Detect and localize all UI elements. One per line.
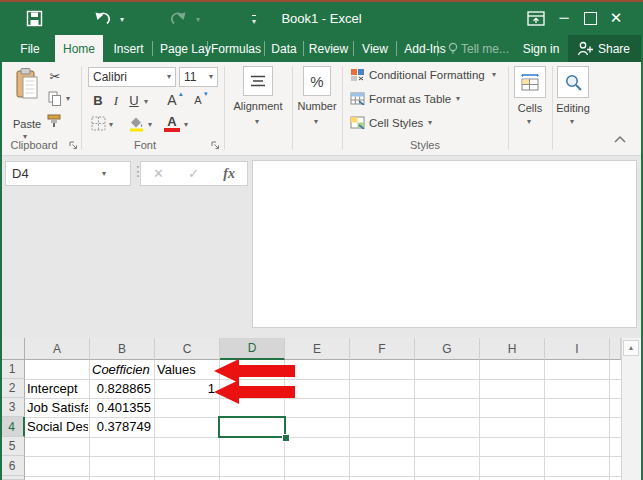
col-header-partial[interactable]: [610, 338, 621, 360]
underline-button[interactable]: U: [127, 93, 141, 108]
share-label: Share: [598, 42, 630, 56]
ribbon-display-options-icon[interactable]: [527, 11, 545, 26]
copy-icon[interactable]: [48, 91, 62, 107]
selected-cell-D4[interactable]: [218, 416, 286, 438]
formula-bar-zone: D4 ▾ ⋮ ✕ ✓ fx: [0, 156, 643, 338]
clipboard-dialog-launcher-icon[interactable]: [69, 141, 78, 150]
tell-me-box[interactable]: Tell me...: [461, 35, 517, 62]
tab-separator: [303, 41, 304, 56]
insert-function-icon[interactable]: fx: [223, 166, 235, 182]
cell-A4[interactable]: Social Des: [27, 417, 88, 436]
italic-button[interactable]: I: [110, 93, 122, 109]
fill-color-icon[interactable]: [127, 114, 145, 132]
number-group-label: Number: [295, 100, 339, 112]
col-header-G[interactable]: G: [415, 338, 480, 360]
tab-data[interactable]: Data: [266, 35, 302, 62]
scroll-up-button[interactable]: ▲: [623, 340, 639, 356]
col-header-A[interactable]: A: [25, 338, 90, 360]
percent-icon: %: [310, 73, 323, 90]
copy-dropdown-caret[interactable]: ▾: [66, 95, 70, 103]
font-size-caret: ▾: [209, 73, 213, 81]
tab-formulas[interactable]: Formulas: [209, 35, 263, 62]
sign-in-button[interactable]: Sign in: [518, 35, 564, 62]
col-header-F[interactable]: F: [350, 338, 415, 360]
conditional-formatting-button[interactable]: Conditional Formatting: [369, 67, 485, 82]
font-color-button[interactable]: A: [165, 114, 179, 129]
row-header-5[interactable]: 5: [0, 437, 25, 456]
collapse-ribbon-chevron-icon[interactable]: [613, 134, 627, 144]
cells-button[interactable]: [514, 66, 546, 98]
formula-input[interactable]: [252, 160, 637, 328]
cell-B1[interactable]: Coefficien: [92, 360, 153, 379]
cancel-icon[interactable]: ✕: [153, 166, 164, 181]
minimize-button[interactable]: ─: [553, 8, 575, 28]
cell-B4[interactable]: 0.378749: [90, 417, 151, 436]
row-header-6[interactable]: 6: [0, 456, 25, 476]
tell-me-lightbulb-icon[interactable]: [447, 42, 459, 56]
title-bar: ▾ ▾ ▾ Book1 - Excel ─ ✕: [0, 2, 643, 35]
fill-handle[interactable]: [282, 434, 290, 442]
fill-color-dropdown-caret[interactable]: ▾: [148, 121, 152, 129]
borders-icon[interactable]: [91, 116, 106, 131]
name-box[interactable]: D4 ▾: [5, 161, 131, 186]
name-box-caret[interactable]: ▾: [102, 170, 106, 178]
tab-page-layout[interactable]: Page Layo: [154, 35, 211, 62]
borders-dropdown-caret[interactable]: ▾: [109, 121, 113, 129]
number-dropdown-caret[interactable]: ▾: [314, 118, 318, 126]
maximize-button[interactable]: [584, 12, 597, 25]
row-header-2[interactable]: 2: [0, 379, 25, 398]
window-left-edge: [0, 35, 2, 480]
vertical-scrollbar[interactable]: [621, 338, 640, 480]
col-header-I[interactable]: I: [545, 338, 610, 360]
gridline: [25, 437, 621, 438]
clipboard-group-label: Clipboard: [2, 139, 66, 151]
cell-A2[interactable]: Intercept: [27, 379, 88, 398]
tab-view[interactable]: View: [355, 35, 395, 62]
paste-clipboard-icon[interactable]: [13, 68, 39, 100]
cell-styles-icon: [350, 116, 365, 129]
tab-insert[interactable]: Insert: [106, 35, 151, 62]
row-header-4[interactable]: 4: [0, 417, 25, 437]
editing-button[interactable]: [557, 66, 589, 98]
red-annotation-arrows: [200, 355, 312, 411]
decrease-font-button[interactable]: A: [192, 94, 204, 106]
paste-button[interactable]: Paste: [8, 118, 46, 130]
underline-dropdown-caret[interactable]: ▾: [144, 98, 148, 106]
corner-header-cell[interactable]: [0, 338, 25, 360]
tab-file[interactable]: File: [8, 35, 52, 62]
gridline: [25, 456, 621, 457]
cell-A3[interactable]: Job Satisfa: [27, 398, 88, 417]
cell-styles-button[interactable]: Cell Styles: [369, 115, 423, 130]
cell-B3[interactable]: 0.401355: [90, 398, 151, 417]
col-header-B[interactable]: B: [90, 338, 155, 360]
number-button[interactable]: %: [303, 66, 331, 96]
format-as-table-button[interactable]: Format as Table: [369, 91, 451, 106]
tab-home[interactable]: Home: [55, 35, 103, 62]
editing-dropdown-caret[interactable]: ▾: [570, 118, 574, 126]
enter-icon[interactable]: ✓: [188, 166, 199, 181]
cell-B2[interactable]: 0.828865: [90, 379, 151, 398]
alignment-button[interactable]: [243, 66, 273, 96]
cells-dropdown-caret[interactable]: ▾: [527, 118, 531, 126]
font-name-combo[interactable]: Calibri ▾: [88, 67, 176, 87]
increase-font-button[interactable]: A: [165, 92, 179, 108]
row-header-3[interactable]: 3: [0, 398, 25, 417]
row-header-partial[interactable]: [0, 476, 25, 480]
col-header-H[interactable]: H: [480, 338, 545, 360]
tab-separator: [152, 41, 153, 56]
gridline: [544, 360, 545, 480]
gridline: [154, 360, 155, 480]
font-dialog-launcher-icon[interactable]: [211, 141, 220, 150]
conditional-formatting-icon: [350, 68, 365, 82]
font-size-combo[interactable]: 11 ▾: [179, 67, 218, 87]
cut-button[interactable]: ✂: [46, 69, 64, 84]
alignment-dropdown-caret[interactable]: ▾: [255, 118, 259, 126]
bold-button[interactable]: B: [91, 93, 105, 108]
share-button[interactable]: Share: [568, 35, 643, 62]
row-header-1[interactable]: 1: [0, 360, 25, 379]
font-color-dropdown-caret[interactable]: ▾: [184, 121, 188, 129]
tab-add-ins[interactable]: Add-Ins: [398, 35, 452, 62]
close-button[interactable]: ✕: [605, 8, 627, 28]
tab-review[interactable]: Review: [305, 35, 352, 62]
format-painter-icon[interactable]: [46, 113, 64, 129]
